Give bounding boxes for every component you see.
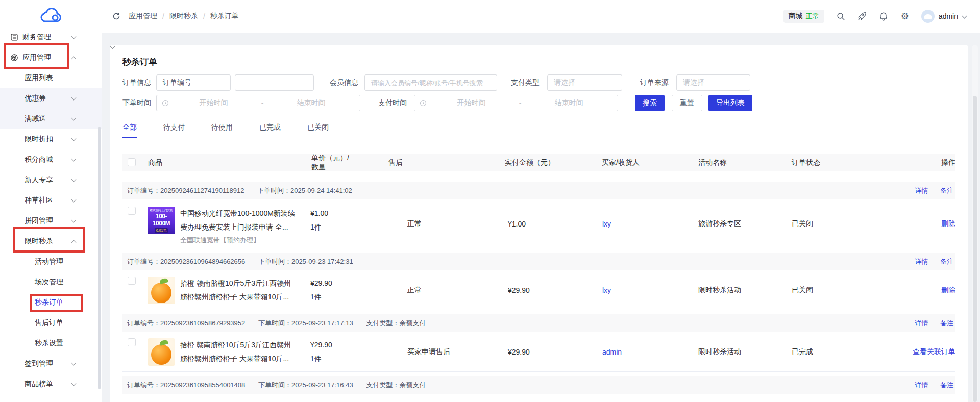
order-group: 订单编号：20250923610958554001408 下单时间：2025-0…: [122, 376, 955, 394]
refresh-icon[interactable]: [112, 12, 120, 20]
detail-link[interactable]: 详情: [915, 319, 928, 327]
order-time-value: 2025-09-24 14:41:02: [290, 187, 352, 194]
column-unit-price: 单价（元）/数量: [306, 154, 352, 172]
column-aftersale: 售后: [352, 158, 495, 167]
order-no-value: 20250923610958679293952: [160, 319, 245, 327]
sidebar-item-product-ranking[interactable]: 商品榜单: [0, 374, 102, 394]
breadcrumb-item[interactable]: 限时秒杀: [169, 12, 198, 21]
order-time-value: 2025-09-23 17:42:31: [291, 258, 353, 265]
sidebar-item-newcomer[interactable]: 新人专享: [0, 170, 102, 190]
order-status: 已关闭: [776, 270, 857, 310]
detail-link[interactable]: 详情: [915, 258, 928, 265]
pay-time-range-input[interactable]: 开始时间 - 结束时间: [414, 95, 618, 111]
sidebar: 财务管理 应用管理 应用列表 优惠券 满减送 限时折扣 积分商城: [0, 0, 102, 402]
order-no-input[interactable]: [235, 74, 314, 91]
order-field-select[interactable]: 订单编号: [156, 74, 231, 91]
sidebar-item-checkin[interactable]: 签到管理: [0, 354, 102, 374]
row-checkbox[interactable]: [128, 207, 136, 215]
column-paid-amount: 实付金额（元）: [495, 158, 582, 167]
sidebar-item-time-discount[interactable]: 限时折扣: [0, 129, 102, 149]
sidebar-item-activity-management[interactable]: 活动管理: [0, 252, 102, 272]
delete-link[interactable]: 删除: [941, 219, 955, 229]
shop-status-badge[interactable]: 商城 正常: [783, 10, 824, 23]
export-button[interactable]: 导出列表: [708, 95, 752, 111]
aftersale-status: 买家申请售后: [352, 332, 495, 371]
column-activity: 活动名称: [679, 158, 776, 167]
aftersale-status: 正常: [352, 199, 495, 248]
order-row: 在线预约 上门安装 100-1000M 0.01元 中国移动光纤宽带100-10…: [122, 199, 955, 248]
sidebar-item-app-management[interactable]: 应用管理: [0, 47, 102, 68]
breadcrumb-item[interactable]: 应用管理: [129, 12, 157, 21]
buyer-link[interactable]: lxy: [602, 220, 611, 228]
tab-completed[interactable]: 已完成: [259, 119, 281, 138]
order-info-label: 订单信息: [122, 78, 151, 87]
flash-sale-orders-panel: 秒杀订单 订单信息 订单编号 会员信息 支付类型 请选择 订单来源 请选择 下单…: [110, 45, 968, 402]
order-no-label: 订单编号：: [127, 381, 160, 389]
sidebar-item-full-discount[interactable]: 满减送: [0, 109, 102, 129]
search-button[interactable]: 搜索: [635, 95, 665, 111]
breadcrumb-item[interactable]: 秒杀订单: [210, 12, 239, 21]
pay-type-label: 支付类型：: [366, 381, 399, 389]
user-menu[interactable]: admin: [921, 10, 967, 23]
sidebar-item-finance[interactable]: 财务管理: [0, 30, 102, 47]
aftersale-status: 正常: [352, 270, 495, 310]
remark-link[interactable]: 备注: [940, 187, 953, 194]
tab-pending-use[interactable]: 待使用: [211, 119, 233, 138]
sidebar-item-session-management[interactable]: 场次管理: [0, 272, 102, 292]
sidebar-item-coupon[interactable]: 优惠券: [0, 88, 102, 109]
gear-icon[interactable]: ⚙: [900, 11, 910, 21]
sidebar-item-community[interactable]: 种草社区: [0, 190, 102, 211]
order-no-label: 订单编号：: [127, 187, 160, 194]
chevron-down-icon: [71, 35, 77, 40]
order-source-select[interactable]: 请选择: [676, 74, 750, 91]
order-time-range-input[interactable]: 开始时间 - 结束时间: [156, 95, 360, 111]
delete-link[interactable]: 删除: [941, 286, 955, 295]
tab-closed[interactable]: 已关闭: [307, 119, 329, 138]
view-related-order-link[interactable]: 查看关联订单: [913, 347, 955, 357]
topbar: 应用管理 / 限时秒杀 / 秒杀订单 商城 正常 ⚙ admin: [102, 0, 980, 33]
reset-button[interactable]: 重置: [672, 95, 702, 111]
rocket-icon[interactable]: [857, 11, 867, 21]
page-scrollbar-thumb[interactable]: [973, 96, 977, 402]
remark-link[interactable]: 备注: [940, 319, 953, 327]
row-checkbox[interactable]: [128, 277, 136, 285]
chevron-up-icon: [71, 55, 77, 60]
sidebar-item-group-buy[interactable]: 拼团管理: [0, 211, 102, 231]
search-icon[interactable]: [836, 11, 846, 21]
sidebar-scrollbar[interactable]: [98, 127, 101, 389]
remark-link[interactable]: 备注: [940, 258, 953, 265]
detail-link[interactable]: 详情: [915, 381, 928, 389]
column-order-status: 订单状态: [776, 158, 857, 167]
tab-all[interactable]: 全部: [122, 119, 137, 138]
filter-row-2: 下单时间 开始时间 - 结束时间 支付时间 开始时间 - 结束时间 搜索 重置 …: [122, 95, 955, 111]
select-all-checkbox[interactable]: [128, 158, 136, 166]
shop-name: 商城: [789, 12, 803, 21]
sidebar-item-flash-sale-settings[interactable]: 秒杀设置: [0, 333, 102, 354]
sidebar-item-app-list[interactable]: 应用列表: [0, 68, 102, 88]
buyer-link[interactable]: lxy: [602, 286, 611, 294]
pay-type-label: 支付类型：: [366, 319, 399, 327]
product-title: 脐橙赣州脐橙橙子 大果带箱10斤...: [180, 290, 303, 304]
row-checkbox[interactable]: [128, 338, 136, 346]
pay-type-select[interactable]: 请选择: [547, 74, 622, 91]
sidebar-item-points-mall[interactable]: 积分商城: [0, 149, 102, 170]
sidebar-item-flash-sale[interactable]: 限时秒杀: [0, 231, 102, 252]
pay-type-value: 余额支付: [399, 319, 426, 327]
pay-time-label: 支付时间: [378, 98, 407, 108]
sidebar-item-flash-sale-orders[interactable]: 秒杀订单: [0, 292, 102, 313]
chevron-down-icon: [220, 80, 225, 85]
bell-icon[interactable]: [878, 11, 889, 21]
detail-link[interactable]: 详情: [915, 187, 928, 194]
sidebar-item-aftersale-orders[interactable]: 售后订单: [0, 313, 102, 333]
buyer-link[interactable]: admin: [602, 348, 622, 356]
tab-pending-payment[interactable]: 待支付: [163, 119, 185, 138]
remark-link[interactable]: 备注: [940, 381, 953, 389]
page-scrollbar[interactable]: [972, 45, 978, 402]
chevron-down-icon: [71, 382, 77, 387]
order-group-header: 订单编号：20250924611274190118912 下单时间：2025-0…: [122, 182, 955, 199]
product-subtitle: 全国联通宽带【预约办理】: [180, 235, 303, 245]
page-title: 秒杀订单: [122, 45, 955, 69]
chevron-down-icon: [71, 198, 77, 203]
member-search-input[interactable]: [364, 74, 497, 91]
product-title: 中国移动光纤宽带100-1000M新装续: [180, 207, 303, 220]
